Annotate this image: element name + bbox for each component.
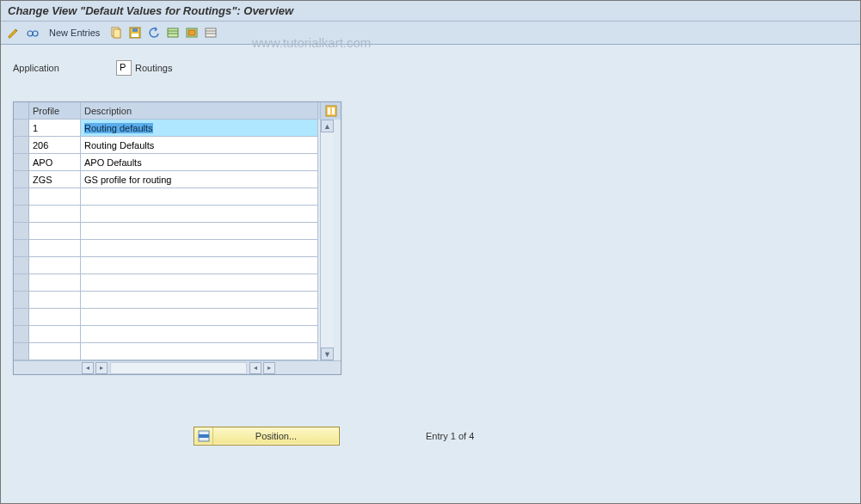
table-row[interactable] xyxy=(14,257,320,274)
svg-rect-15 xyxy=(326,106,336,116)
cell-description[interactable]: APO Defaults xyxy=(81,154,318,171)
application-field-row: Application P Routings xyxy=(13,60,848,76)
position-icon xyxy=(194,427,213,445)
scroll-left-icon[interactable]: ▸ xyxy=(95,362,108,374)
table-row[interactable]: 206 Routing Defaults xyxy=(14,137,320,154)
deselect-icon[interactable] xyxy=(203,25,218,40)
cell-profile[interactable]: APO xyxy=(29,154,81,171)
svg-rect-5 xyxy=(132,34,138,37)
cell-description[interactable]: Routing defaults xyxy=(81,120,318,137)
position-label: Position... xyxy=(213,431,339,441)
change-icon[interactable] xyxy=(6,25,22,40)
table-row[interactable] xyxy=(14,188,320,206)
page-title: Change View "Default Values for Routings… xyxy=(1,1,860,22)
svg-rect-3 xyxy=(114,29,120,38)
entry-count-text: Entry 1 of 4 xyxy=(426,431,474,441)
undo-icon[interactable] xyxy=(146,25,162,40)
table-row[interactable] xyxy=(14,326,320,343)
scroll-track-vertical[interactable] xyxy=(321,132,333,347)
table-row[interactable]: ZGS GS profile for routing xyxy=(14,171,320,188)
table-row[interactable] xyxy=(14,240,320,257)
row-selector[interactable] xyxy=(14,137,29,154)
table-row[interactable] xyxy=(14,343,320,360)
application-description: Routings xyxy=(135,63,172,73)
table-row[interactable] xyxy=(14,309,320,326)
scroll-down-icon[interactable]: ▼ xyxy=(321,347,334,360)
table-row[interactable] xyxy=(14,292,320,309)
svg-rect-16 xyxy=(328,108,330,114)
save-icon[interactable] xyxy=(127,25,143,40)
svg-rect-17 xyxy=(332,108,335,114)
scroll-right-icon[interactable]: ◂ xyxy=(249,362,261,374)
svg-point-0 xyxy=(28,31,33,36)
cell-profile[interactable]: ZGS xyxy=(29,171,81,188)
profiles-table: Profile Description 1 Routing defaults 2… xyxy=(13,101,341,375)
svg-rect-11 xyxy=(188,30,195,35)
row-selector[interactable] xyxy=(14,154,29,171)
delimit-icon[interactable] xyxy=(165,25,181,40)
svg-rect-19 xyxy=(199,434,209,438)
table-row[interactable] xyxy=(14,274,320,292)
table-row[interactable]: APO APO Defaults xyxy=(14,154,320,171)
col-header-profile[interactable]: Profile xyxy=(29,102,81,120)
cell-profile[interactable]: 206 xyxy=(29,137,81,154)
select-all-cell[interactable] xyxy=(14,102,29,120)
application-input[interactable]: P xyxy=(116,60,132,76)
cell-description[interactable]: Routing Defaults xyxy=(81,137,318,154)
new-entries-button[interactable]: New Entries xyxy=(44,28,105,38)
row-selector[interactable] xyxy=(14,171,29,188)
cell-profile[interactable]: 1 xyxy=(29,120,81,137)
cell-description[interactable]: GS profile for routing xyxy=(81,171,318,188)
svg-rect-6 xyxy=(132,28,138,32)
col-header-description[interactable]: Description xyxy=(81,102,318,120)
table-row[interactable]: 1 Routing defaults xyxy=(14,120,320,137)
svg-rect-7 xyxy=(168,28,178,37)
glasses-icon[interactable] xyxy=(25,25,40,40)
svg-rect-12 xyxy=(206,28,216,37)
svg-point-1 xyxy=(33,31,38,36)
toolbar: New Entries xyxy=(1,22,860,45)
table-row[interactable] xyxy=(14,223,320,240)
scroll-track-horizontal[interactable] xyxy=(110,362,247,374)
scroll-up-icon[interactable]: ▲ xyxy=(321,120,334,132)
scroll-left-start-icon[interactable]: ◂ xyxy=(82,362,94,374)
scroll-right-end-icon[interactable]: ▸ xyxy=(263,362,275,374)
row-selector[interactable] xyxy=(14,120,29,137)
position-button[interactable]: Position... xyxy=(194,427,340,446)
select-all-icon[interactable] xyxy=(184,25,200,40)
application-label: Application xyxy=(13,63,116,73)
table-config-icon[interactable] xyxy=(320,102,341,120)
table-row[interactable] xyxy=(14,206,320,223)
copy-icon[interactable] xyxy=(108,25,124,40)
